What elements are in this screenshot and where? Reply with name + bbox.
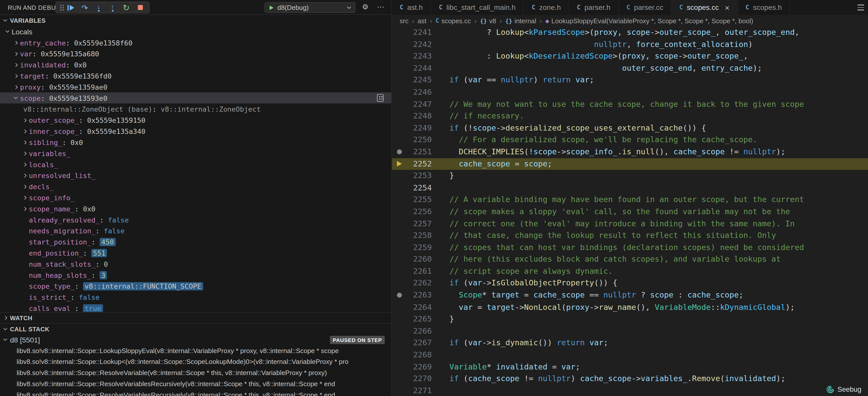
code-line[interactable]: 2248 // if necessary. — [392, 110, 868, 122]
tab-zone.h[interactable]: Czone.h — [524, 0, 569, 15]
breadcrumb-item[interactable]: {}v8 — [480, 17, 496, 25]
code-line[interactable]: 2253 } — [392, 170, 868, 182]
debug-config-dropdown[interactable]: d8(Debug) — [265, 2, 355, 13]
chevron-right-icon[interactable] — [20, 163, 29, 166]
tab-scopes.cc[interactable]: Cscopes.cc× — [672, 0, 738, 15]
code-line[interactable]: 2267 if (var->is_dynamic()) return var; — [392, 337, 868, 349]
chevron-right-icon[interactable] — [20, 141, 29, 143]
code-line[interactable]: 2255 // A variable binding may have been… — [392, 194, 868, 205]
variable-row[interactable]: variables_ — [0, 148, 391, 159]
code-line[interactable]: 2264 var = target->NonLocal(proxy->raw_n… — [392, 301, 868, 313]
chevron-right-icon[interactable] — [11, 74, 20, 77]
variable-row[interactable]: scope_info_ — [0, 192, 391, 203]
variable-row[interactable]: decls_ — [0, 181, 391, 192]
variable-row[interactable]: needs_migration_: false — [0, 225, 391, 236]
variable-row[interactable]: end_position_: 551 — [0, 247, 391, 258]
stack-frame[interactable]: libv8.so!v8::internal::Scope::ResolveVar… — [0, 378, 391, 389]
debug-start-icon[interactable] — [270, 5, 273, 10]
chevron-right-icon[interactable] — [11, 41, 20, 44]
gutter-breakpoint-area[interactable] — [392, 293, 406, 298]
chevron-right-icon[interactable] — [20, 119, 29, 122]
breadcrumb-item[interactable]: src — [400, 17, 408, 25]
code-line[interactable]: 2252 cache_scope = scope; — [392, 158, 868, 170]
debug-step-out-icon[interactable]: ↑ — [108, 3, 117, 12]
gutter-breakpoint-area[interactable] — [392, 150, 406, 155]
code-line[interactable]: 2270 if (cache_scope != nullptr) cache_s… — [392, 373, 868, 385]
code-line[interactable]: 2241 ? Lookup<kParsedScope>(proxy, scope… — [392, 27, 868, 38]
variable-row[interactable]: scope_type_: v8::internal::FUNCTION_SCOP… — [0, 280, 391, 292]
code-line[interactable]: 2254 — [392, 182, 868, 194]
debug-stop-icon[interactable] — [136, 3, 145, 12]
gear-icon[interactable]: ⚙ — [362, 3, 369, 11]
stack-frame[interactable]: libv8.so!v8::internal::Scope::ResolveVar… — [0, 367, 391, 378]
code-line[interactable]: 2269 Variable* invalidated = var; — [392, 361, 868, 373]
code-line[interactable]: 2251 DCHECK_IMPLIES(!scope->scope_info_.… — [392, 146, 868, 158]
code-line[interactable]: 2265 } — [392, 313, 868, 325]
chevron-down-icon[interactable] — [3, 31, 11, 32]
breadcrumb-item[interactable]: Cscopes.cc — [435, 17, 471, 25]
chevron-right-icon[interactable] — [20, 185, 29, 188]
code-line[interactable]: 2246 — [392, 86, 868, 98]
code-line[interactable]: 2258 // that case, change the lookup res… — [392, 230, 868, 241]
variable-row[interactable]: target: 0x5559e1356fd0 — [0, 70, 391, 81]
editor-lines[interactable]: 2241 ? Lookup<kParsedScope>(proxy, scope… — [392, 27, 868, 396]
variable-row[interactable]: invalidated: 0x0 — [0, 59, 391, 70]
code-line[interactable]: 2257 // correct one (the 'eval' may intr… — [392, 218, 868, 230]
chevron-right-icon[interactable] — [11, 63, 20, 66]
variable-row[interactable]: unresolved_list_ — [0, 170, 391, 181]
variables-section-header[interactable]: VARIABLES — [0, 15, 391, 26]
code-line[interactable]: 2261 // script scope are always dynamic. — [392, 265, 868, 277]
code-line[interactable]: 2245 if (var == nullptr) return var; — [392, 74, 868, 86]
tab-scopes.h[interactable]: Cscopes.h — [738, 0, 790, 15]
debug-restart-icon[interactable]: ↻ — [122, 3, 131, 12]
watch-section-header[interactable]: WATCH — [0, 312, 391, 323]
tab-ast.h[interactable]: Cast.h — [392, 0, 431, 15]
tab-parser.h[interactable]: Cparser.h — [569, 0, 619, 15]
chevron-right-icon[interactable] — [20, 174, 29, 177]
variable-row[interactable]: entry_cache: 0x5559e1358f60 — [0, 37, 391, 48]
code-line[interactable]: 2262 if (var->IsGlobalObjectProperty()) … — [392, 277, 868, 289]
chevron-right-icon[interactable] — [20, 152, 29, 155]
stack-frame[interactable]: libv8.so!v8::internal::Scope::ResolveVar… — [0, 389, 391, 396]
variable-row[interactable]: start_position_: 450 — [0, 236, 391, 247]
breadcrumb-item[interactable]: {}internal — [505, 17, 536, 25]
stack-frame[interactable]: libv8.so!v8::internal::Scope::Lookup<(v8… — [0, 356, 391, 367]
close-icon[interactable]: × — [725, 3, 730, 12]
code-line[interactable]: 2266 — [392, 325, 868, 337]
variable-row[interactable]: outer_scope_: 0x5559e1359150 — [0, 114, 391, 126]
variable-row[interactable]: v8::internal::ZoneObject (base): v8::int… — [0, 104, 391, 114]
code-line[interactable]: 2260 // here (this excludes block and ca… — [392, 254, 868, 265]
code-line[interactable]: 2250 // For a deserialized scope, we'll … — [392, 134, 868, 146]
code-line[interactable]: 2249 if (!scope->deserialized_scope_uses… — [392, 122, 868, 134]
variable-row[interactable]: scope_name_: 0x0 — [0, 203, 391, 214]
variable-row[interactable]: num_stack_slots_: 0 — [0, 258, 391, 269]
code-line[interactable]: 2243 : Lookup<kDeserializedScope>(proxy,… — [392, 51, 868, 62]
debug-continue-icon[interactable] — [66, 3, 75, 12]
variable-row[interactable]: calls_eval_: true — [0, 302, 391, 312]
stack-frame[interactable]: libv8.so!v8::internal::Scope::LookupSlop… — [0, 345, 391, 356]
code-line[interactable]: 2259 // scopes that can host var binding… — [392, 242, 868, 254]
variable-row[interactable]: var: 0x5559e135a680 — [0, 48, 391, 59]
locals-scope-row[interactable]: Locals — [0, 26, 391, 37]
variable-row[interactable]: proxy: 0x5559e1359ae0 — [0, 81, 391, 92]
chevron-right-icon[interactable] — [20, 207, 29, 210]
chevron-down-icon[interactable] — [11, 98, 20, 98]
call-stack-thread-row[interactable]: d8 [5501] PAUSED ON STEP — [0, 334, 391, 345]
chevron-right-icon[interactable] — [11, 86, 20, 88]
debug-step-over-icon[interactable]: ↷ — [80, 3, 89, 12]
code-line[interactable]: 2247 // We may not want to use the cache… — [392, 98, 868, 110]
gutter-breakpoint-area[interactable] — [392, 161, 406, 167]
tab-parser.cc[interactable]: Cparser.cc — [619, 0, 672, 15]
more-actions-icon[interactable]: ⋯ — [377, 3, 384, 11]
variable-row[interactable]: sibling_: 0x0 — [0, 137, 391, 148]
variable-row[interactable]: is_strict_: false — [0, 292, 391, 302]
variable-row[interactable]: num_heap_slots_: 3 — [0, 269, 391, 280]
code-line[interactable]: 2271 — [392, 385, 868, 396]
chevron-right-icon[interactable] — [11, 52, 20, 55]
editor-actions-icon[interactable] — [858, 5, 864, 12]
variable-row[interactable]: scope: 0x5559e13593e0 — [0, 92, 391, 104]
code-line[interactable]: 2256 // scope makes a sloppy 'eval' call… — [392, 206, 868, 218]
code-line[interactable]: 2268 — [392, 349, 868, 361]
debug-step-into-icon[interactable]: ↓ — [94, 3, 103, 12]
chevron-right-icon[interactable] — [20, 130, 29, 133]
